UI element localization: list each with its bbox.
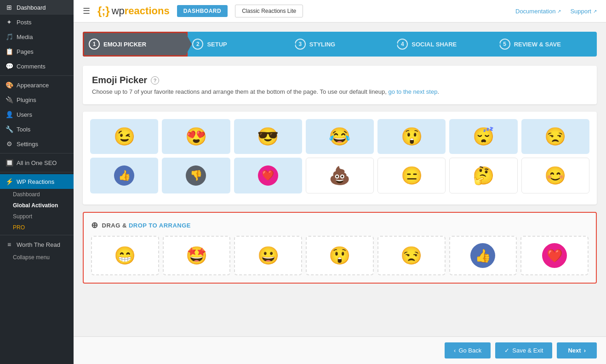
- drag-emoji-7[interactable]: ❤️: [520, 236, 589, 275]
- emoji-cell-unamused[interactable]: 😒: [521, 119, 589, 154]
- topbar-right: Documentation ↗ Support ↗: [515, 8, 597, 15]
- step-social-share[interactable]: 4 SOCIAL SHARE: [392, 32, 494, 57]
- pages-icon: 📋: [6, 48, 13, 55]
- main-content: ☰ {;} wpreactions DASHBOARD Classic Reac…: [74, 0, 606, 364]
- sidebar-sub-globalactivation[interactable]: Global Activation: [0, 200, 74, 211]
- next-button[interactable]: Next ›: [557, 342, 597, 358]
- emoji-cell-hearteyes[interactable]: 😍: [162, 119, 230, 154]
- sidebar-item-appearance[interactable]: 🎨 Appearance: [0, 78, 74, 92]
- content-area: 1 EMOJI PICKER 2 SETUP 3 STYLING 4 SOCIA…: [74, 23, 606, 336]
- drag-thumbsup-icon: 👍: [470, 243, 495, 268]
- step-number-1: 1: [89, 39, 100, 50]
- sidebar-sub-support[interactable]: Support: [0, 211, 74, 222]
- documentation-link[interactable]: Documentation ↗: [515, 8, 561, 15]
- checkmark-icon: ✓: [504, 347, 509, 354]
- sidebar-item-allinoneseo[interactable]: 🔲 All in One SEO: [0, 155, 74, 170]
- sidebar-item-plugins[interactable]: 🔌 Plugins: [0, 92, 74, 107]
- emoji-cell-poop[interactable]: 💩: [306, 158, 374, 193]
- sidebar-item-label: Comments: [17, 63, 46, 70]
- sidebar-item-pages[interactable]: 📋 Pages: [0, 44, 74, 59]
- next-step-link[interactable]: go to the next step: [388, 88, 437, 95]
- sidebar: ⊞ Dashboard ✦ Posts 🎵 Media 📋 Pages 💬 Co…: [0, 0, 74, 364]
- sidebar-sub-dashboard[interactable]: Dashboard: [0, 189, 74, 200]
- sidebar-item-label: Worth The Read: [17, 241, 60, 248]
- emoji-cell-laugh[interactable]: 😂: [306, 119, 374, 154]
- step-review-save[interactable]: 5 REVIEW & SAVE: [495, 32, 597, 57]
- worththeread-icon: ≡: [6, 241, 13, 248]
- emoji-cell-thumbsup[interactable]: 👍: [90, 158, 158, 193]
- step-label-2: SETUP: [207, 41, 227, 48]
- thumbsup-icon: 👍: [114, 165, 134, 186]
- emoji-cell-expressionless[interactable]: 😑: [377, 158, 446, 193]
- sidebar-item-posts[interactable]: ✦ Posts: [0, 15, 74, 29]
- drag-heart-icon: ❤️: [542, 243, 567, 268]
- drag-emoji-row: 😁 🤩 😀 😲 😒 👍 ❤️: [91, 236, 589, 275]
- wpreactions-icon: ⚡: [6, 178, 13, 185]
- sidebar-item-label: WP Reactions: [17, 178, 54, 185]
- sidebar-item-dashboard[interactable]: ⊞ Dashboard: [0, 0, 74, 15]
- help-icon[interactable]: ?: [151, 76, 159, 85]
- step-styling[interactable]: 3 STYLING: [290, 32, 392, 57]
- emoji-cell-sleeping[interactable]: 😴: [449, 119, 517, 154]
- dashboard-button[interactable]: DASHBOARD: [177, 5, 228, 17]
- drag-emoji-1[interactable]: 😁: [91, 236, 159, 275]
- emoji-row-2: 👍 👎 ❤️ 💩 😑 🤔 😊: [90, 158, 589, 193]
- emoji-cell-sunglasses[interactable]: 😎: [234, 119, 302, 154]
- drag-drop-header: ⊕ DRAG & DROP TO ARRANGE: [91, 220, 589, 230]
- sidebar-item-tools[interactable]: 🔧 Tools: [0, 122, 74, 136]
- drag-emoji-4[interactable]: 😲: [306, 236, 374, 275]
- sidebar-item-worththeread[interactable]: ≡ Worth The Read: [0, 237, 74, 252]
- support-link[interactable]: Support ↗: [570, 8, 597, 15]
- emoji-cell-smile[interactable]: 😊: [521, 158, 589, 193]
- settings-icon: ⚙: [6, 140, 13, 148]
- posts-icon: ✦: [6, 18, 13, 26]
- comments-icon: 💬: [6, 63, 13, 70]
- step-number-3: 3: [295, 39, 306, 50]
- external-link-icon: ↗: [557, 9, 561, 14]
- sidebar-item-users[interactable]: 👤 Users: [0, 107, 74, 122]
- step-label-5: REVIEW & SAVE: [514, 41, 561, 48]
- drag-drop-section: ⊕ DRAG & DROP TO ARRANGE 😁 🤩 😀 😲 😒 👍 ❤️: [83, 212, 597, 284]
- sidebar-collapse[interactable]: Collapse menu: [0, 252, 74, 263]
- drag-emoji-5[interactable]: 😒: [377, 236, 446, 275]
- sidebar-item-wpreactions[interactable]: ⚡ WP Reactions: [0, 174, 74, 189]
- emoji-cell-thinking[interactable]: 🤔: [449, 158, 517, 193]
- sidebar-item-label: Pages: [17, 48, 34, 55]
- emoji-cell-wink[interactable]: 😉: [90, 119, 158, 154]
- divider: [0, 75, 74, 76]
- emoji-picker-title: Emoji Picker ?: [92, 75, 588, 85]
- emoji-cell-thumbsdown[interactable]: 👎: [162, 158, 230, 193]
- drag-label: DRAG & DROP TO ARRANGE: [102, 222, 191, 229]
- save-exit-button[interactable]: ✓ Save & Exit: [495, 342, 552, 358]
- sidebar-item-settings[interactable]: ⚙ Settings: [0, 136, 74, 151]
- drag-icon: ⊕: [91, 220, 98, 230]
- emoji-cell-heart[interactable]: ❤️: [234, 158, 302, 193]
- step-arrow-2: [290, 34, 296, 54]
- hamburger-icon[interactable]: ☰: [83, 6, 90, 16]
- users-icon: 👤: [6, 111, 13, 118]
- divider2: [0, 153, 74, 154]
- topbar: ☰ {;} wpreactions DASHBOARD Classic Reac…: [74, 0, 606, 23]
- sidebar-item-media[interactable]: 🎵 Media: [0, 29, 74, 44]
- step-setup[interactable]: 2 SETUP: [188, 32, 290, 57]
- sidebar-item-comments[interactable]: 💬 Comments: [0, 59, 74, 74]
- step-label-3: STYLING: [309, 41, 335, 48]
- sidebar-item-label: Media: [17, 34, 33, 40]
- sidebar-item-label: Posts: [17, 19, 32, 26]
- step-emoji-picker[interactable]: 1 EMOJI PICKER: [83, 32, 188, 57]
- drag-emoji-3[interactable]: 😀: [234, 236, 302, 275]
- thumbsdown-icon: 👎: [186, 165, 206, 186]
- drag-emoji-6[interactable]: 👍: [449, 236, 517, 275]
- step-number-2: 2: [192, 39, 203, 50]
- emoji-cell-surprised[interactable]: 😲: [377, 119, 446, 154]
- step-arrow-4: [495, 34, 500, 54]
- sidebar-item-label: All in One SEO: [17, 159, 57, 166]
- classic-reactions-button[interactable]: Classic Reactions Lite: [235, 5, 303, 17]
- emoji-grid-section: 😉 😍 😎 😂 😲 😴 😒 👍 👎 ❤️ 💩: [83, 112, 597, 205]
- tools-icon: 🔧: [6, 125, 13, 133]
- drag-emoji-2[interactable]: 🤩: [163, 236, 231, 275]
- step-arrow-3: [392, 34, 398, 54]
- seo-icon: 🔲: [6, 159, 13, 166]
- go-back-button[interactable]: ‹ Go Back: [445, 342, 491, 358]
- sidebar-sub-pro[interactable]: PRO: [0, 222, 74, 233]
